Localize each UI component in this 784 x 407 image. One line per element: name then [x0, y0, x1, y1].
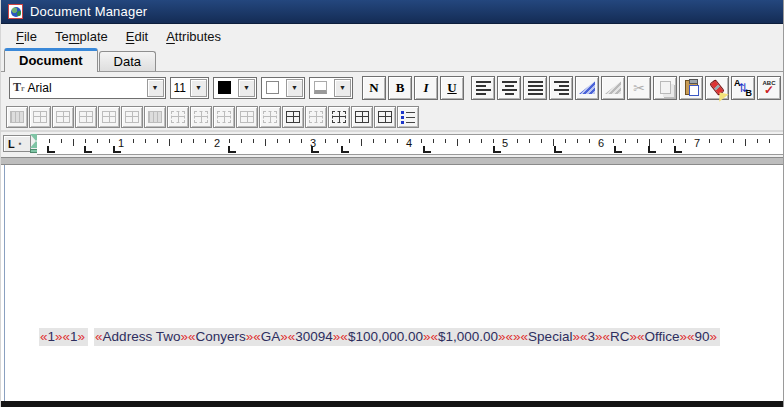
tab-stop-marker[interactable] [47, 146, 55, 153]
tab-document[interactable]: Document [4, 48, 98, 72]
chevron-down-icon[interactable]: ▼ [147, 79, 164, 97]
tab-stop-marker[interactable] [614, 146, 622, 153]
cell-grid-icon [148, 111, 162, 123]
merge-field[interactable]: «RC» [602, 329, 637, 344]
menu-edit[interactable]: Edit [117, 26, 157, 47]
grid-borders-button[interactable] [351, 106, 373, 128]
ruler-tick [649, 139, 650, 146]
merge-field[interactable]: «Conyers» [188, 329, 253, 344]
ruler-tick [625, 139, 626, 143]
font-family-combo[interactable]: Tr Arial ▼ [9, 77, 166, 99]
italic-button[interactable]: I [414, 76, 438, 100]
mixed-borders-button[interactable] [374, 106, 396, 128]
tab-stop-marker[interactable] [648, 146, 656, 153]
normal-button[interactable]: N [362, 76, 386, 100]
ruler-tick [289, 139, 290, 143]
paste-button[interactable] [679, 76, 703, 100]
bullet-list-button[interactable] [397, 106, 419, 128]
align-right-icon [554, 81, 569, 95]
chevron-down-icon[interactable]: ▼ [238, 79, 255, 97]
cut-button: ✂ [627, 76, 651, 100]
shading-ascending-button[interactable] [575, 76, 599, 100]
ruler-tick [397, 139, 398, 143]
font-size-combo[interactable]: 11 ▼ [170, 77, 209, 99]
ruler-tick [325, 139, 326, 143]
tab-type-selector[interactable]: L▪ [3, 135, 31, 152]
menu-template[interactable]: Template [46, 26, 117, 47]
merge-field[interactable]: «$100,000.00» [340, 329, 430, 344]
ruler-tick [193, 139, 194, 143]
merge-field[interactable]: «Special» [521, 329, 580, 344]
tab-stop-marker[interactable] [228, 146, 236, 153]
tab-stop-marker[interactable] [493, 146, 501, 153]
menubar: FileTemplateEditAttributes [1, 24, 783, 49]
grid-borders-icon [355, 111, 369, 123]
pane-borders-icon [332, 111, 346, 123]
swap-ab-button[interactable]: ⇅ [731, 76, 755, 100]
document-manager-window: Document Manager FileTemplateEditAttribu… [0, 0, 784, 407]
spell-check-button[interactable] [757, 76, 781, 100]
underline-button[interactable]: U [440, 76, 464, 100]
align-center-button[interactable] [497, 76, 521, 100]
ruler-tick [517, 139, 518, 143]
merge-field[interactable]: «Address Two» [95, 329, 188, 344]
menu-attributes[interactable]: Attributes [157, 26, 230, 47]
merge-field[interactable]: «$1,000.00» [430, 329, 505, 344]
pane-borders-button[interactable] [328, 106, 350, 128]
merge-field[interactable]: «90» [687, 329, 717, 344]
bold-button[interactable]: B [388, 76, 412, 100]
ruler-tick [553, 139, 554, 146]
ruler-tick [85, 139, 86, 143]
tab-stop-marker[interactable] [423, 146, 431, 153]
tab-stop-marker[interactable] [674, 146, 682, 153]
tab-stop-marker[interactable] [113, 146, 121, 153]
ruler-tick [673, 139, 674, 143]
tab-stop-marker[interactable] [341, 146, 349, 153]
insert-row-icon [79, 111, 93, 123]
chevron-down-icon[interactable]: ▼ [286, 79, 303, 97]
menu-file[interactable]: File [7, 26, 46, 47]
all-borders-bold-button[interactable] [282, 106, 304, 128]
merge-field[interactable]: «30094» [288, 329, 341, 344]
globe-icon [11, 7, 21, 17]
table-toolbar [1, 103, 783, 131]
fill-color-combo[interactable]: ▼ [261, 77, 305, 99]
border-style-swatch [314, 81, 327, 94]
ruler-tick [565, 139, 566, 143]
merge-field[interactable]: «Office» [637, 329, 687, 344]
document-canvas[interactable]: «1»«1»«Address Two»«Conyers»«GA»«30094»«… [1, 165, 783, 401]
merge-field[interactable]: «1» [63, 329, 86, 344]
ruler-document-separator [1, 157, 783, 165]
format-painter-button[interactable] [705, 76, 729, 100]
ruler-tick [757, 139, 758, 143]
ruler-tick [445, 139, 446, 143]
tab-data[interactable]: Data [99, 51, 156, 71]
inner-dashed-icon [309, 111, 323, 123]
merge-field[interactable]: «3» [580, 329, 603, 344]
all-borders-bold-icon [286, 111, 300, 123]
merge-field[interactable]: «1» [40, 329, 63, 344]
ruler-tick [229, 139, 230, 143]
ruler-tick [157, 139, 158, 143]
align-left-button[interactable] [471, 76, 495, 100]
ruler[interactable]: 1234567 [37, 134, 783, 155]
align-left-icon [476, 81, 491, 95]
merge-field[interactable]: «» [506, 329, 521, 344]
ruler-tick [205, 139, 206, 143]
font-color-combo[interactable]: ▼ [213, 77, 257, 99]
merge-field[interactable]: «GA» [253, 329, 288, 344]
border-style-combo[interactable]: ▼ [309, 77, 353, 99]
ruler-tick [421, 139, 422, 143]
align-right-button[interactable] [549, 76, 573, 100]
chevron-down-icon[interactable]: ▼ [334, 79, 351, 97]
ruler-tick [109, 139, 110, 143]
tab-stop-marker[interactable] [84, 146, 92, 153]
tab-stop-marker[interactable] [554, 146, 562, 153]
merge-cells-button [167, 106, 189, 128]
chevron-down-icon[interactable]: ▼ [190, 79, 207, 97]
tab-stop-marker[interactable] [311, 146, 319, 153]
cut-icon: ✂ [633, 81, 645, 95]
ruler-tick [529, 139, 530, 143]
ruler-inch-4: 4 [406, 137, 412, 149]
align-justify-button[interactable] [523, 76, 547, 100]
